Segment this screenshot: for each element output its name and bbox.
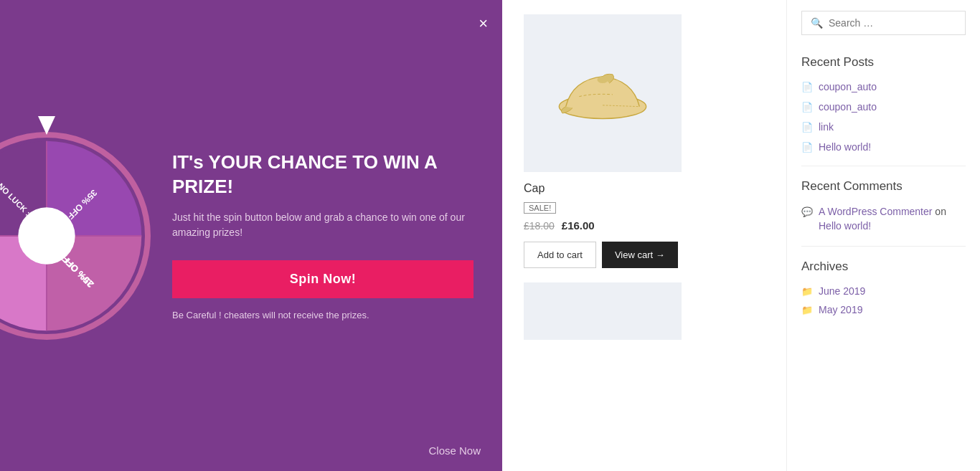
search-box[interactable]: 🔍 (801, 11, 966, 35)
search-icon: 🔍 (811, 17, 823, 29)
spin-wheel: 25% OFF 10% OFF 35% OFF NO LUCK :( (0, 132, 151, 340)
warning-text: Be Careful ! cheaters will not receive t… (172, 310, 473, 320)
post-link-4[interactable]: Hello world! (819, 141, 871, 153)
archive-item: 📁 June 2019 (801, 285, 966, 297)
sidebar: 🔍 Recent Posts 📄 coupon_auto 📄 coupon_au… (786, 0, 980, 471)
divider (801, 166, 966, 166)
document-icon: 📄 (801, 82, 813, 92)
close-now-button[interactable]: Close Now (428, 444, 481, 457)
comment-post-link[interactable]: Hello world! (819, 220, 871, 232)
product-buttons: Add to cart View cart → (524, 242, 765, 268)
folder-icon: 📁 (801, 286, 813, 297)
add-to-cart-button[interactable]: Add to cart (524, 242, 596, 268)
list-item: 📄 link (801, 121, 966, 133)
product-name: Cap (524, 182, 765, 195)
archives-title: Archives (801, 260, 966, 274)
post-link-3[interactable]: link (819, 121, 834, 133)
comment-text: A WordPress Commenter on Hello world! (819, 205, 966, 233)
commenter-link[interactable]: A WordPress Commenter (819, 206, 932, 217)
sale-badge: SALE! (524, 202, 556, 214)
price-row: £18.00 £16.00 (524, 219, 765, 232)
svg-point-8 (18, 207, 75, 264)
new-price: £16.00 (562, 219, 595, 232)
comment-item: 💬 A WordPress Commenter on Hello world! (801, 205, 966, 233)
divider (801, 246, 966, 247)
spin-now-button[interactable]: Spin Now! (172, 260, 473, 298)
product-card: Cap SALE! £18.00 £16.00 Add to cart View… (524, 14, 765, 268)
cap-illustration (552, 57, 653, 129)
main-content: Cap SALE! £18.00 £16.00 Add to cart View… (502, 0, 786, 471)
folder-icon: 📁 (801, 305, 813, 315)
document-icon: 📄 (801, 122, 813, 133)
wheel-pointer (38, 116, 55, 135)
recent-posts-title: Recent Posts (801, 55, 966, 70)
list-item: 📄 coupon_auto (801, 101, 966, 113)
svg-point-10 (598, 77, 608, 83)
second-product-placeholder (524, 282, 682, 340)
post-link-1[interactable]: coupon_auto (819, 81, 877, 92)
spin-wheel-container: 25% OFF 10% OFF 35% OFF NO LUCK :( (0, 132, 151, 340)
list-item: 📄 coupon_auto (801, 81, 966, 92)
document-icon: 📄 (801, 142, 813, 153)
wheel-svg: 25% OFF 10% OFF 35% OFF NO LUCK :( (0, 138, 145, 334)
product-image (524, 14, 682, 172)
view-cart-button[interactable]: View cart → (602, 242, 678, 268)
modal-overlay: × 25% OFF 10% OFF (0, 0, 502, 471)
old-price: £18.00 (524, 220, 555, 232)
archive-link-2[interactable]: May 2019 (819, 304, 862, 315)
close-x-button[interactable]: × (479, 14, 488, 33)
modal-title: IT's YOUR CHANCE TO WIN A PRIZE! (172, 151, 473, 199)
comment-icon: 💬 (801, 206, 813, 217)
modal-text-content: IT's YOUR CHANCE TO WIN A PRIZE! Just hi… (151, 122, 502, 350)
modal-subtitle: Just hit the spin button below and grab … (172, 210, 473, 240)
post-link-2[interactable]: coupon_auto (819, 101, 877, 113)
search-input[interactable] (829, 17, 956, 29)
list-item: 📄 Hello world! (801, 141, 966, 153)
document-icon: 📄 (801, 102, 813, 113)
archive-link-1[interactable]: June 2019 (819, 285, 865, 297)
recent-comments-title: Recent Comments (801, 179, 966, 194)
archive-item: 📁 May 2019 (801, 304, 966, 315)
